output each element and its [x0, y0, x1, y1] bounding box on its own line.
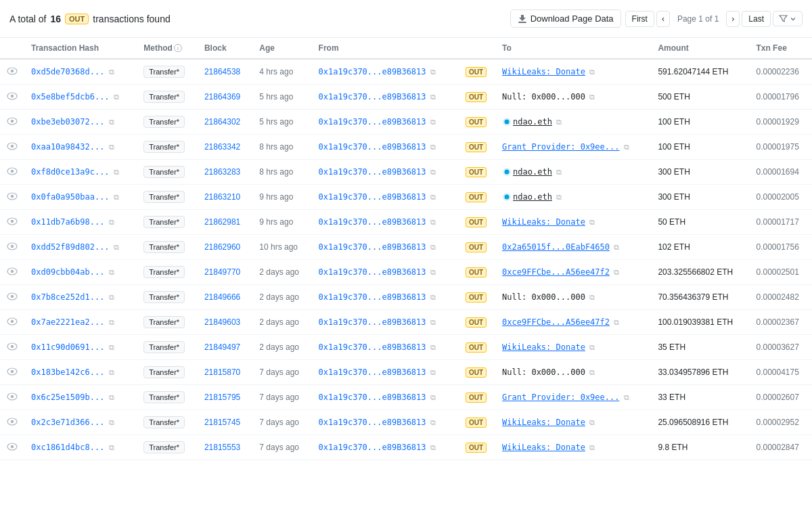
copy-from-icon[interactable]: ⧉: [430, 193, 436, 201]
copy-tx-icon[interactable]: ⧉: [109, 318, 114, 326]
eye-icon[interactable]: [7, 267, 18, 277]
eye-icon[interactable]: [7, 166, 18, 177]
from-addr[interactable]: 0x1a19c370...e89B36813: [319, 167, 426, 177]
tx-hash[interactable]: 0xd5de70368d...: [31, 67, 104, 76]
tx-hash[interactable]: 0x2c3e71d366...: [31, 418, 104, 427]
block-link[interactable]: 21863342: [204, 142, 240, 152]
copy-to-icon[interactable]: ⧉: [589, 343, 595, 351]
to-addr[interactable]: 0xce9FFCbe...A56ee47f2: [502, 317, 610, 327]
block-link[interactable]: 21864302: [204, 117, 240, 127]
tx-hash[interactable]: 0x7ae2221ea2...: [31, 317, 104, 327]
first-page-button[interactable]: First: [625, 11, 654, 27]
copy-tx-icon[interactable]: ⧉: [109, 418, 114, 426]
tx-hash[interactable]: 0x7b8ce252d1...: [31, 292, 104, 302]
to-addr[interactable]: Grant Provider: 0x9ee...: [502, 393, 619, 402]
eye-icon[interactable]: [7, 292, 18, 303]
block-link[interactable]: 21863283: [204, 167, 240, 177]
block-link[interactable]: 21864538: [204, 67, 240, 76]
copy-to-icon[interactable]: ⧉: [589, 218, 595, 226]
to-addr[interactable]: WikiLeaks: Donate: [502, 418, 585, 427]
to-addr[interactable]: ndao.eth: [513, 192, 552, 202]
copy-from-icon[interactable]: ⧉: [430, 318, 436, 326]
copy-tx-icon[interactable]: ⧉: [109, 143, 114, 151]
from-addr[interactable]: 0x1a19c370...e89B36813: [319, 367, 426, 377]
block-link[interactable]: 21849603: [204, 317, 240, 327]
from-addr[interactable]: 0x1a19c370...e89B36813: [319, 342, 426, 352]
copy-from-icon[interactable]: ⧉: [430, 143, 436, 151]
copy-tx-icon[interactable]: ⧉: [114, 168, 119, 176]
eye-icon[interactable]: [7, 417, 18, 428]
from-addr[interactable]: 0x1a19c370...e89B36813: [319, 393, 426, 402]
eye-icon[interactable]: [7, 66, 18, 77]
copy-to-icon[interactable]: ⧉: [556, 118, 562, 126]
next-page-button[interactable]: ›: [726, 11, 740, 27]
to-addr[interactable]: ndao.eth: [513, 167, 552, 177]
copy-tx-icon[interactable]: ⧉: [109, 268, 114, 276]
block-link[interactable]: 21862960: [204, 242, 240, 252]
copy-to-icon[interactable]: ⧉: [589, 293, 595, 301]
copy-to-icon[interactable]: ⧉: [589, 443, 595, 451]
copy-tx-icon[interactable]: ⧉: [109, 293, 114, 301]
from-addr[interactable]: 0x1a19c370...e89B36813: [319, 317, 426, 327]
from-addr[interactable]: 0x1a19c370...e89B36813: [319, 267, 426, 277]
eye-icon[interactable]: [7, 367, 18, 378]
copy-tx-icon[interactable]: ⧉: [114, 93, 119, 101]
copy-tx-icon[interactable]: ⧉: [114, 193, 119, 201]
block-link[interactable]: 21815870: [204, 367, 240, 377]
copy-to-icon[interactable]: ⧉: [589, 418, 595, 426]
copy-from-icon[interactable]: ⧉: [430, 343, 436, 351]
copy-to-icon[interactable]: ⧉: [614, 318, 619, 326]
eye-icon[interactable]: [7, 91, 18, 102]
eye-icon[interactable]: [7, 392, 18, 403]
block-link[interactable]: 21862981: [204, 217, 240, 227]
copy-tx-icon[interactable]: ⧉: [114, 243, 119, 251]
tx-hash[interactable]: 0x5e8bef5dcb6...: [31, 92, 110, 102]
copy-from-icon[interactable]: ⧉: [430, 443, 436, 451]
from-addr[interactable]: 0x1a19c370...e89B36813: [319, 418, 426, 427]
tx-hash[interactable]: 0xf8d0ce13a9c...: [31, 167, 110, 177]
block-link[interactable]: 21849666: [204, 292, 240, 302]
copy-to-icon[interactable]: ⧉: [589, 368, 595, 376]
to-addr[interactable]: WikiLeaks: Donate: [502, 67, 585, 76]
from-addr[interactable]: 0x1a19c370...e89B36813: [319, 92, 426, 102]
copy-to-icon[interactable]: ⧉: [614, 268, 619, 276]
from-addr[interactable]: 0x1a19c370...e89B36813: [319, 142, 426, 152]
tx-hash[interactable]: 0x11db7a6b98...: [31, 217, 104, 227]
copy-to-icon[interactable]: ⧉: [589, 68, 595, 76]
copy-from-icon[interactable]: ⧉: [430, 243, 436, 251]
tx-hash[interactable]: 0xd09cbb04ab...: [31, 267, 104, 277]
copy-to-icon[interactable]: ⧉: [556, 168, 562, 176]
copy-tx-icon[interactable]: ⧉: [109, 368, 114, 376]
copy-from-icon[interactable]: ⧉: [430, 168, 436, 176]
to-addr[interactable]: WikiLeaks: Donate: [502, 217, 585, 227]
copy-from-icon[interactable]: ⧉: [430, 93, 436, 101]
copy-to-icon[interactable]: ⧉: [589, 93, 595, 101]
copy-to-icon[interactable]: ⧉: [624, 393, 629, 401]
tx-hash[interactable]: 0xdd52f89d802...: [31, 242, 110, 252]
copy-from-icon[interactable]: ⧉: [430, 68, 436, 76]
method-info-icon[interactable]: i: [174, 44, 182, 52]
block-link[interactable]: 21864369: [204, 92, 240, 102]
filter-button[interactable]: [773, 11, 803, 26]
from-addr[interactable]: 0x1a19c370...e89B36813: [319, 192, 426, 202]
tx-hash[interactable]: 0x183be142c6...: [31, 367, 104, 377]
from-addr[interactable]: 0x1a19c370...e89B36813: [319, 292, 426, 302]
tx-hash[interactable]: 0xc1861d4bc8...: [31, 443, 104, 452]
copy-from-icon[interactable]: ⧉: [430, 418, 436, 426]
download-button[interactable]: Download Page Data: [510, 9, 621, 28]
eye-icon[interactable]: [7, 342, 18, 353]
from-addr[interactable]: 0x1a19c370...e89B36813: [319, 217, 426, 227]
eye-icon[interactable]: [7, 442, 18, 453]
copy-from-icon[interactable]: ⧉: [430, 118, 436, 126]
tx-hash[interactable]: 0x0fa0a950baa...: [31, 192, 110, 202]
block-link[interactable]: 21815795: [204, 393, 240, 402]
copy-tx-icon[interactable]: ⧉: [109, 218, 114, 226]
copy-tx-icon[interactable]: ⧉: [109, 343, 114, 351]
from-addr[interactable]: 0x1a19c370...e89B36813: [319, 117, 426, 127]
block-link[interactable]: 21863210: [204, 192, 240, 202]
from-addr[interactable]: 0x1a19c370...e89B36813: [319, 242, 426, 252]
tx-hash[interactable]: 0x6c25e1509b...: [31, 393, 104, 402]
copy-to-icon[interactable]: ⧉: [614, 243, 619, 251]
to-addr[interactable]: 0x2a65015f...0EabF4650: [502, 242, 610, 252]
block-link[interactable]: 21815553: [204, 443, 240, 452]
